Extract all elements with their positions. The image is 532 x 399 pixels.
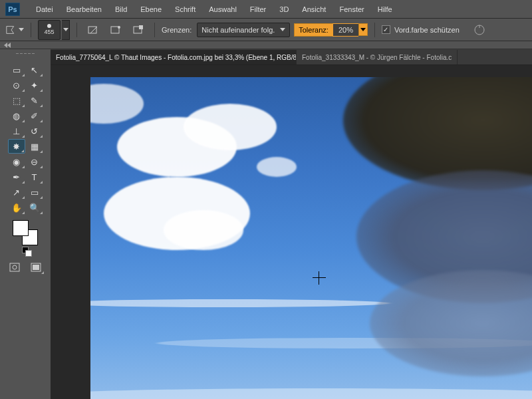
- menu-hilfe[interactable]: Hilfe: [371, 3, 399, 16]
- tool-path-select[interactable]: ↗: [8, 185, 25, 200]
- menu-3d[interactable]: 3D: [273, 3, 295, 16]
- tool-gradient[interactable]: ▦: [26, 139, 43, 154]
- borders-dropdown[interactable]: Nicht aufeinander folg.: [197, 23, 290, 37]
- canvas-area[interactable]: [51, 65, 532, 399]
- brush-size-value: 455: [44, 29, 54, 35]
- tool-zoom[interactable]: 🔍: [26, 200, 43, 215]
- canvas-image[interactable]: [90, 77, 532, 399]
- screen-mode-icon[interactable]: [27, 260, 45, 275]
- protect-fg-label: Vord.farbe schützen: [394, 26, 460, 34]
- tool-history-brush[interactable]: ↺: [26, 124, 43, 138]
- borders-value: Nicht aufeinander folg.: [201, 26, 276, 34]
- tool-lasso[interactable]: ⊙: [8, 78, 25, 92]
- tool-marquee[interactable]: ▭: [8, 63, 25, 77]
- shape-icon: ▭: [31, 188, 39, 198]
- crop-icon: ⬚: [13, 96, 21, 106]
- cursor-crosshair: [313, 271, 326, 285]
- path-select-icon: ↗: [13, 188, 20, 198]
- tool-crop[interactable]: ⬚: [8, 93, 25, 108]
- tab-label: Fotolia_31333343_M - © Jürgen Fälchle - …: [302, 54, 452, 61]
- brush-icon: ✐: [31, 111, 38, 121]
- zoom-icon: 🔍: [29, 203, 40, 213]
- dodge-icon: ⊖: [31, 157, 38, 167]
- hand-icon: ✋: [11, 203, 22, 213]
- default-colors-icon[interactable]: [22, 247, 29, 253]
- menu-ebene[interactable]: Ebene: [134, 3, 168, 16]
- background-eraser-icon: ✸: [13, 142, 20, 152]
- svg-rect-6: [139, 25, 143, 29]
- tool-move[interactable]: ↖: [26, 63, 43, 77]
- tab-label: Fotolia_7775064_L © Thaut Images - Fotol…: [56, 54, 297, 61]
- workspace: Fotolia_7775064_L © Thaut Images - Fotol…: [51, 49, 532, 399]
- tool-spot-heal[interactable]: ◍: [8, 108, 25, 123]
- svg-marker-9: [4, 43, 7, 48]
- tool-clone-stamp[interactable]: ⊥: [8, 124, 25, 138]
- menu-schrift[interactable]: Schrift: [168, 3, 202, 16]
- tool-type[interactable]: T: [26, 170, 43, 184]
- tool-pen[interactable]: ✒: [8, 170, 25, 184]
- tool-preset-icon[interactable]: [5, 22, 24, 38]
- spot-heal-icon: ◍: [13, 111, 20, 121]
- menu-datei[interactable]: Datei: [29, 3, 60, 16]
- menu-bar: Ps DateiBearbeitenBildEbeneSchriftAuswah…: [0, 0, 532, 19]
- svg-point-4: [118, 26, 120, 29]
- tolerance-value: 20%: [332, 23, 358, 37]
- svg-rect-11: [10, 263, 19, 271]
- toolbox: ▭↖⊙✦⬚✎◍✐⊥↺✸▦◉⊖✒T↗▭✋🔍: [0, 49, 51, 399]
- sampling-continuous-icon[interactable]: [84, 22, 102, 38]
- tool-eyedropper[interactable]: ✎: [26, 93, 43, 108]
- menu-auswahl[interactable]: Auswahl: [202, 3, 243, 16]
- tolerance-label: Toleranz:: [294, 23, 332, 37]
- marquee-icon: ▭: [13, 65, 21, 75]
- lasso-icon: ⊙: [13, 80, 20, 90]
- app-logo[interactable]: Ps: [5, 3, 20, 16]
- pressure-icon[interactable]: [470, 22, 489, 38]
- menu-fenster[interactable]: Fenster: [332, 3, 370, 16]
- eyedropper-icon: ✎: [31, 96, 38, 106]
- type-icon: T: [32, 172, 37, 182]
- document-tab-1[interactable]: Fotolia_31333343_M - © Jürgen Fälchle - …: [297, 50, 458, 65]
- menu-bearbeiten[interactable]: Bearbeiten: [60, 3, 108, 16]
- toolbox-handle[interactable]: [9, 53, 41, 60]
- tolerance-control[interactable]: Toleranz: 20%: [294, 23, 368, 37]
- borders-label: Grenzen:: [162, 26, 192, 34]
- sampling-swatch-icon[interactable]: [129, 22, 148, 38]
- document-tab-0[interactable]: Fotolia_7775064_L © Thaut Images - Fotol…: [51, 50, 297, 65]
- history-brush-icon: ↺: [31, 126, 38, 136]
- color-swatches[interactable]: [13, 220, 38, 245]
- menu-filter[interactable]: Filter: [243, 3, 273, 16]
- tool-brush[interactable]: ✐: [26, 108, 43, 123]
- svg-rect-14: [33, 265, 39, 270]
- collapse-handle[interactable]: [0, 41, 532, 49]
- tool-background-eraser[interactable]: ✸: [8, 139, 25, 154]
- foreground-color-swatch[interactable]: [13, 220, 29, 236]
- options-bar: 455 Grenzen: Nicht aufeinander folg. Tol…: [0, 19, 532, 41]
- svg-marker-10: [7, 43, 11, 48]
- quick-mask-icon[interactable]: [6, 260, 23, 275]
- svg-rect-1: [88, 27, 96, 33]
- tool-dodge[interactable]: ⊖: [26, 154, 43, 169]
- document-tabs: Fotolia_7775064_L © Thaut Images - Fotol…: [51, 49, 532, 65]
- tool-blur[interactable]: ◉: [8, 154, 25, 169]
- blur-icon: ◉: [13, 157, 20, 167]
- tool-hand[interactable]: ✋: [8, 200, 25, 215]
- tolerance-arrow-icon[interactable]: [358, 23, 368, 36]
- move-icon: ↖: [31, 65, 38, 75]
- brush-preset-picker[interactable]: 455: [38, 20, 70, 40]
- sampling-once-icon[interactable]: [106, 22, 125, 38]
- svg-marker-0: [7, 26, 14, 33]
- menu-bild[interactable]: Bild: [108, 3, 134, 16]
- tool-magic-wand[interactable]: ✦: [26, 78, 43, 92]
- gradient-icon: ▦: [31, 142, 39, 152]
- pen-icon: ✒: [13, 172, 20, 182]
- menu-ansicht[interactable]: Ansicht: [295, 3, 332, 16]
- clone-stamp-icon: ⊥: [13, 126, 20, 136]
- tool-shape[interactable]: ▭: [26, 185, 43, 200]
- protect-fg-checkbox[interactable]: ✓: [382, 25, 390, 34]
- magic-wand-icon: ✦: [31, 80, 38, 90]
- svg-point-12: [13, 265, 17, 269]
